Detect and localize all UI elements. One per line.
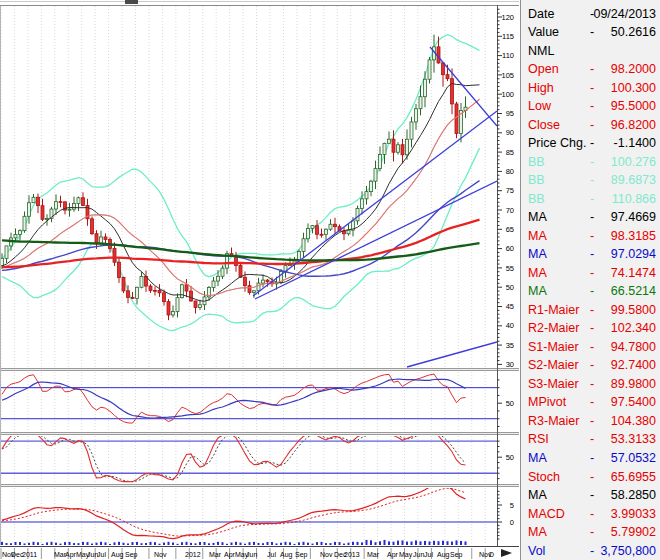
time-axis-label: Aug bbox=[437, 551, 450, 559]
panel-row-vol: Vol-3,750,800 bbox=[521, 542, 660, 560]
panel-row-dash: - bbox=[585, 430, 599, 448]
panel-row-s2-maier: S2-Maier-92.7400 bbox=[521, 356, 660, 374]
time-axis-label: Mar bbox=[209, 551, 222, 558]
panel-row-dash: - bbox=[585, 412, 599, 430]
panel-row-dash: - bbox=[585, 116, 599, 134]
price-chart-svg[interactable]: 3035404550556065707580859095100105110115… bbox=[0, 0, 520, 560]
svg-text:35: 35 bbox=[506, 341, 514, 350]
panel-row-bb: BB-110.866 bbox=[521, 190, 660, 208]
panel-row-dash: - bbox=[585, 97, 599, 115]
titlebar-fragment bbox=[125, 0, 138, 4]
svg-text:110: 110 bbox=[502, 51, 514, 60]
panel-row-value: 92.7400 bbox=[611, 356, 656, 374]
panel-row-label: NML bbox=[528, 42, 554, 60]
time-axis-label: Jun bbox=[246, 551, 257, 558]
svg-text:50: 50 bbox=[506, 453, 514, 462]
time-axis-label: May bbox=[399, 551, 413, 559]
panel-row-value: 102.340 bbox=[611, 319, 656, 337]
panel-row-label: MA bbox=[528, 245, 547, 263]
panel-row-dash: - bbox=[585, 245, 599, 263]
time-axis-label: Jul bbox=[424, 551, 433, 558]
panel-row-value: 100.300 bbox=[611, 79, 656, 97]
panel-row-bb: BB-100.276 bbox=[521, 153, 660, 171]
panel-row-dash: - bbox=[585, 486, 599, 504]
panel-row-r1-maier: R1-Maier-99.5800 bbox=[521, 301, 660, 319]
time-axis-label: Jul bbox=[267, 551, 276, 558]
panel-row-dash: - bbox=[585, 23, 599, 41]
time-axis-label: Nov bbox=[154, 551, 167, 558]
panel-row-stoch: Stoch-65.6955 bbox=[521, 468, 660, 486]
panel-row-label: Open bbox=[528, 60, 559, 78]
svg-text:5: 5 bbox=[510, 501, 514, 510]
panel-row-high: High-100.300 bbox=[521, 79, 660, 97]
time-axis-label: Aug bbox=[111, 551, 124, 559]
panel-row-dash: - bbox=[585, 338, 599, 356]
panel-row-label: R3-Maier bbox=[528, 412, 579, 430]
panel-row-r2-maier: R2-Maier-102.340 bbox=[521, 319, 660, 337]
panel-row-price-chg-: Price Chg.--1.1400 bbox=[521, 134, 660, 152]
panel-row-dash: - bbox=[585, 393, 599, 411]
panel-row-value: 89.9800 bbox=[611, 375, 656, 393]
panel-row-label: MA bbox=[528, 227, 547, 245]
panel-row-value: 96.8200 bbox=[611, 116, 656, 134]
time-axis-label: 2011 bbox=[22, 551, 37, 558]
panel-row-dash: - bbox=[585, 375, 599, 393]
svg-text:70: 70 bbox=[506, 206, 514, 215]
panel-row-dash: - bbox=[585, 542, 599, 560]
panel-row-value: 50.2616 bbox=[611, 23, 656, 41]
panel-row-label: MPivot bbox=[528, 393, 566, 411]
panel-row-dash: - bbox=[585, 79, 599, 97]
panel-row-value: 95.5000 bbox=[611, 97, 656, 115]
panel-row-label: MA bbox=[528, 282, 547, 300]
time-axis-label: Jun bbox=[413, 551, 424, 558]
panel-row-dash: - bbox=[585, 468, 599, 486]
svg-text:40: 40 bbox=[506, 321, 514, 330]
time-axis: NovDec2011MarAprMayJunJulAugSepNov2012Ma… bbox=[1, 548, 494, 559]
panel-row-value: 53.3133 bbox=[611, 430, 656, 448]
time-axis-label: Apr bbox=[224, 551, 236, 559]
svg-text:95: 95 bbox=[506, 109, 514, 118]
panel-row-label: R2-Maier bbox=[528, 319, 579, 337]
panel-row-value: 66.5214 bbox=[611, 282, 656, 300]
panel-row-r3-maier: R3-Maier-104.380 bbox=[521, 412, 660, 430]
panel-row-label: S1-Maier bbox=[528, 338, 579, 356]
panel-row-dash: - bbox=[585, 190, 599, 208]
panel-row-dash: - bbox=[585, 60, 599, 78]
panel-row-ma: MA-98.3185 bbox=[521, 227, 660, 245]
svg-text:50: 50 bbox=[506, 283, 514, 292]
time-axis-label: Nov bbox=[320, 551, 333, 558]
panel-row-open: Open-98.2000 bbox=[521, 60, 660, 78]
panel-row-label: Close bbox=[528, 116, 560, 134]
panel-row-label: MA bbox=[528, 264, 547, 282]
panel-row-value: 3.99033 bbox=[611, 505, 656, 523]
panel-row-value: 98.2000 bbox=[611, 60, 656, 78]
panel-row-value: 97.4669 bbox=[611, 208, 656, 226]
time-axis-label: Apr bbox=[65, 551, 77, 559]
panel-row-label: Price Chg. bbox=[528, 134, 586, 152]
panel-row-label: Low bbox=[528, 97, 551, 115]
panel-row-value: 110.866 bbox=[612, 190, 656, 208]
data-panel: Date-09/24/2013Value-50.2616NMLOpen-98.2… bbox=[520, 0, 660, 560]
panel-row-low: Low-95.5000 bbox=[521, 97, 660, 115]
panel-row-label: Date bbox=[528, 5, 554, 23]
panel-row-value: 98.3185 bbox=[611, 227, 656, 245]
panel-row-dash: - bbox=[585, 282, 599, 300]
svg-text:30: 30 bbox=[506, 360, 514, 369]
svg-text:45: 45 bbox=[506, 302, 514, 311]
panel-row-s3-maier: S3-Maier-89.9800 bbox=[521, 375, 660, 393]
panel-row-dash: - bbox=[585, 319, 599, 337]
svg-text:75: 75 bbox=[506, 186, 514, 195]
chart-area[interactable]: 3035404550556065707580859095100105110115… bbox=[0, 0, 520, 560]
svg-text:80: 80 bbox=[506, 167, 514, 176]
panel-row-label: MACD bbox=[528, 505, 565, 523]
panel-row-bb: BB-89.6873 bbox=[521, 171, 660, 189]
panel-row-label: S2-Maier bbox=[528, 356, 579, 374]
panel-row-label: RSI bbox=[528, 430, 549, 448]
time-axis-label: Sep bbox=[450, 551, 463, 559]
panel-row-dash: - bbox=[585, 208, 599, 226]
panel-row-date: Date-09/24/2013 bbox=[521, 5, 660, 23]
svg-text:105: 105 bbox=[501, 71, 514, 80]
svg-text:90: 90 bbox=[506, 128, 514, 137]
panel-row-dash: - bbox=[585, 134, 599, 152]
panel-row-label: MA bbox=[528, 208, 547, 226]
